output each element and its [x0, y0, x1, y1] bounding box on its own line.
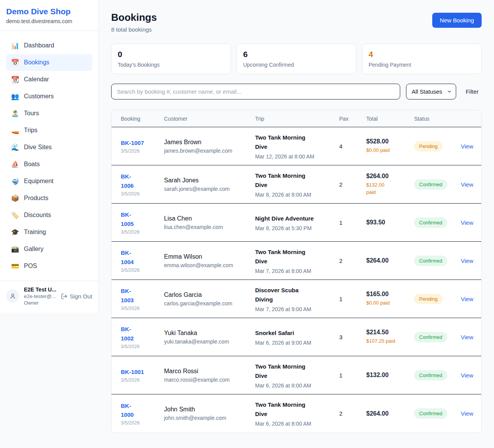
column-header: Customer	[164, 116, 255, 122]
trip-name: Two Tank Morning Dive	[255, 133, 339, 152]
booking-date: 3/5/2026	[121, 148, 164, 154]
booking-number-link[interactable]: BK- 1003	[121, 286, 164, 305]
booking-number-link[interactable]: BK-1007	[121, 138, 164, 147]
status-select-wrap: All Statuses	[406, 84, 456, 99]
view-link[interactable]: View	[461, 143, 473, 150]
sidebar-item-equipment[interactable]: 🤿 Equipment	[6, 173, 92, 190]
pax-cell: 2	[339, 258, 366, 264]
status-badge: Confirmed	[414, 256, 447, 266]
customer-name: Marco Rossi	[164, 368, 255, 375]
sidebar-item-tours[interactable]: 🏝️ Tours	[6, 105, 92, 122]
booking-number-link[interactable]: BK- 1006	[121, 172, 164, 190]
status-badge: Pending	[414, 294, 443, 304]
sidebar-item-boats[interactable]: ⛵ Boats	[6, 156, 92, 173]
view-link[interactable]: View	[461, 334, 473, 340]
sidebar-item-gallery[interactable]: 📸 Gallery	[6, 241, 92, 258]
stat-value: 4	[369, 50, 475, 59]
trip-cell: Two Tank Morning Dive Mar 12, 2026 at 8:…	[255, 133, 339, 160]
status-badge: Confirmed	[414, 332, 447, 342]
sailboat-icon: ⛵	[11, 160, 19, 168]
sidebar-item-pos[interactable]: 💳 POS	[6, 258, 92, 275]
booking-number-link[interactable]: BK- 1004	[121, 248, 164, 266]
sidebar-item-calendar[interactable]: 📆 Calendar	[6, 71, 92, 88]
column-header: Trip	[255, 116, 339, 122]
booking-number-link[interactable]: BK- 1000	[121, 401, 164, 419]
sidebar-item-discounts[interactable]: 🏷️ Discounts	[6, 207, 92, 224]
sidebar-item-training[interactable]: 🎓 Training	[6, 224, 92, 241]
booking-date: 3/5/2026	[121, 191, 164, 197]
sidebar-item-trips[interactable]: 🚤 Trips	[6, 122, 92, 139]
status-cell: Confirmed	[414, 408, 461, 419]
customer-cell: James Brown james.brown@example.com	[164, 139, 255, 154]
booking-cell: BK- 1005 3/5/2026	[121, 210, 164, 235]
sidebar-item-dashboard[interactable]: 📊 Dashboard	[6, 37, 92, 54]
customer-name: Carlos Garcia	[164, 291, 255, 298]
diving-mask-icon: 🤿	[11, 177, 19, 185]
view-link[interactable]: View	[461, 258, 473, 264]
booking-cell: BK-1007 3/5/2026	[121, 138, 164, 154]
table-row: BK-1007 3/5/2026 James Brown james.brown…	[112, 127, 481, 165]
table-row: BK-1001 3/5/2026 Marco Rossi marco.rossi…	[112, 356, 481, 394]
table-row: BK- 1006 3/5/2026 Sarah Jones sarah.jone…	[112, 165, 481, 204]
table-body: BK-1007 3/5/2026 James Brown james.brown…	[112, 127, 481, 433]
people-icon: 👥	[11, 93, 19, 101]
sidebar-nav: 📊 Dashboard 📅 Bookings 📆 Calendar 👥 Cust…	[0, 31, 98, 281]
page-title: Bookings	[111, 12, 157, 24]
trip-cell: Two Tank Morning Dive Mar 8, 2026 at 8:0…	[255, 171, 339, 198]
stat-card: 0 Today's Bookings	[111, 44, 231, 74]
total-cell: $165.00 $0.00 paid	[366, 291, 414, 307]
view-link[interactable]: View	[461, 372, 473, 379]
total-amount: $264.00	[366, 257, 414, 264]
trip-cell: Two Tank Morning Dive Mar 6, 2026 at 8:0…	[255, 362, 339, 389]
booking-number-link[interactable]: BK- 1002	[121, 325, 164, 343]
island-icon: 🏝️	[11, 109, 19, 118]
status-badge: Confirmed	[414, 217, 447, 228]
brand-domain: demo.test.divestreams.com	[6, 18, 92, 24]
stat-label: Upcoming Confirmed	[243, 62, 350, 68]
wave-icon: 🌊	[11, 143, 19, 152]
label-tag-icon: 🏷️	[11, 211, 19, 219]
pax-cell: 1	[339, 296, 366, 302]
booking-date: 3/5/2026	[121, 268, 164, 273]
page-header: Bookings 8 total bookings New Booking	[111, 12, 482, 33]
stat-label: Pending Payment	[369, 62, 475, 68]
new-booking-button[interactable]: New Booking	[432, 13, 482, 28]
trip-time: Mar 6, 2026 at 9:00 AM	[255, 340, 339, 346]
stat-value: 6	[243, 50, 350, 59]
booking-number-link[interactable]: BK-1001	[121, 367, 164, 376]
filter-button[interactable]: Filter	[466, 88, 479, 95]
sign-out-label: Sign Out	[70, 293, 92, 300]
trip-time: Mar 8, 2026 at 5:30 PM	[255, 225, 339, 231]
view-link[interactable]: View	[461, 296, 473, 302]
view-link[interactable]: View	[461, 410, 473, 417]
total-amount: $264.00	[366, 410, 414, 417]
user-name: E2E Test U...	[24, 286, 56, 293]
pax-cell: 3	[339, 334, 366, 340]
booking-cell: BK- 1004 3/5/2026	[121, 248, 164, 273]
total-amount: $132.00	[366, 372, 414, 379]
sidebar-item-bookings[interactable]: 📅 Bookings	[6, 54, 92, 71]
sidebar-item-customers[interactable]: 👥 Customers	[6, 88, 92, 105]
user-box: E2E Test U... e2e-tester@... Owner Sign …	[0, 281, 98, 313]
customer-email: yuki.tanaka@example.com	[164, 339, 255, 345]
sidebar-item-products[interactable]: 📦 Products	[6, 190, 92, 207]
table-header-row: BookingCustomerTripPaxTotalStatus	[112, 110, 481, 127]
status-select[interactable]: All Statuses	[406, 84, 456, 99]
tear-off-calendar-icon: 📆	[11, 76, 19, 84]
sign-out-button[interactable]: Sign Out	[61, 293, 92, 300]
booking-date: 3/5/2026	[121, 344, 164, 349]
booking-cell: BK- 1006 3/5/2026	[121, 172, 164, 197]
view-link[interactable]: View	[461, 181, 473, 188]
graduation-cap-icon: 🎓	[11, 228, 19, 236]
sidebar-item-dive-sites[interactable]: 🌊 Dive Sites	[6, 139, 92, 156]
view-link[interactable]: View	[461, 219, 473, 226]
stat-label: Today's Bookings	[118, 62, 224, 68]
booking-number-link[interactable]: BK- 1005	[121, 210, 164, 228]
stat-value: 0	[118, 50, 224, 59]
booking-date: 3/5/2026	[121, 420, 164, 426]
total-cell: $528.00 $0.00 paid	[366, 138, 414, 154]
search-input[interactable]	[111, 84, 400, 99]
customer-name: John Smith	[164, 406, 255, 413]
trip-name: Discover Scuba Diving	[255, 286, 339, 304]
table-row: BK- 1002 3/5/2026 Yuki Tanaka yuki.tanak…	[112, 318, 481, 356]
